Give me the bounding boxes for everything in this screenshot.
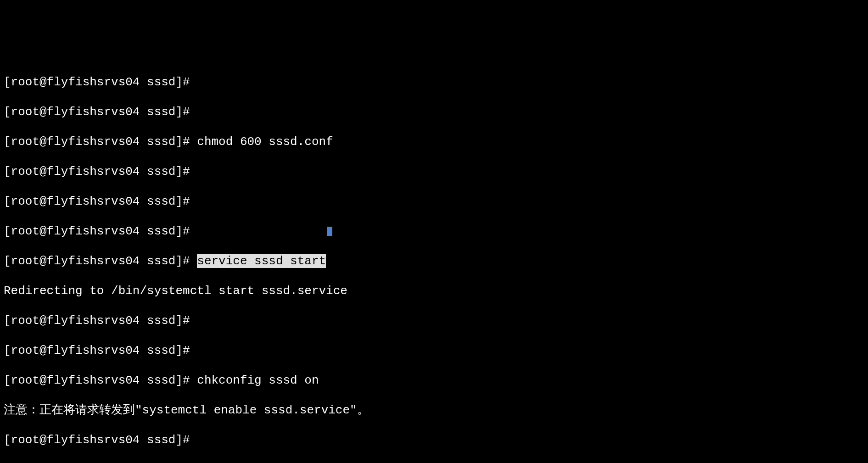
terminal-line: [root@flyfishsrvs04 sssd]# chkconfig sss…: [4, 373, 864, 388]
terminal-line: [root@flyfishsrvs04 sssd]#: [4, 194, 864, 209]
terminal-output: Redirecting to /bin/systemctl start sssd…: [4, 284, 864, 299]
terminal-line: [root@flyfishsrvs04 sssd]#: [4, 224, 864, 239]
terminal-window[interactable]: [root@flyfishsrvs04 sssd]# [root@flyfish…: [0, 60, 868, 463]
terminal-line: [root@flyfishsrvs04 sssd]#: [4, 343, 864, 358]
prompt: [root@flyfishsrvs04 sssd]#: [4, 254, 197, 268]
terminal-line: [root@flyfishsrvs04 sssd]#: [4, 164, 864, 179]
highlighted-command: service sssd start: [197, 254, 326, 268]
text-cursor-icon: [327, 227, 332, 236]
command-text: chmod 600 sssd.conf: [197, 135, 333, 149]
prompt: [root@flyfishsrvs04 sssd]#: [4, 224, 190, 238]
prompt: [root@flyfishsrvs04 sssd]#: [4, 374, 197, 387]
terminal-line: [root@flyfishsrvs04 sssd]# chmod 600 sss…: [4, 134, 864, 150]
terminal-line: [root@flyfishsrvs04 sssd]# service sssd …: [4, 254, 864, 269]
terminal-line: [root@flyfishsrvs04 sssd]#: [4, 75, 864, 90]
command-text: chkconfig sssd on: [197, 374, 319, 387]
terminal-line: [root@flyfishsrvs04 sssd]#: [4, 105, 864, 120]
prompt: [root@flyfishsrvs04 sssd]#: [4, 135, 197, 149]
terminal-output: 注意：正在将请求转发到"systemctl enable sssd.servic…: [4, 403, 864, 418]
terminal-line: [root@flyfishsrvs04 sssd]#: [4, 433, 864, 448]
terminal-line: [root@flyfishsrvs04 sssd]#: [4, 313, 864, 329]
